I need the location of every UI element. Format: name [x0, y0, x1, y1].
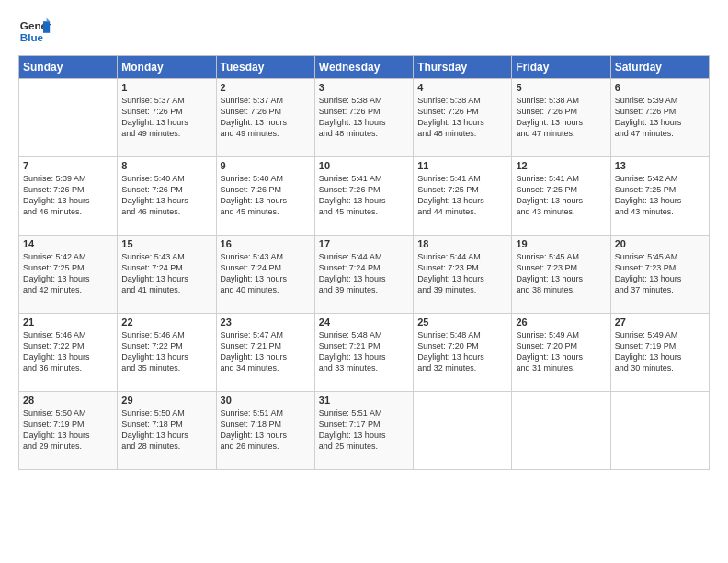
day-cell: [414, 392, 512, 470]
col-header-tuesday: Tuesday: [216, 56, 314, 79]
day-info: Sunrise: 5:44 AM Sunset: 7:24 PM Dayligh…: [319, 251, 409, 296]
day-number: 30: [221, 395, 311, 406]
day-number: 10: [319, 160, 409, 171]
day-info: Sunrise: 5:50 AM Sunset: 7:18 PM Dayligh…: [121, 408, 211, 453]
day-cell: 10Sunrise: 5:41 AM Sunset: 7:26 PM Dayli…: [314, 157, 413, 236]
day-cell: 7Sunrise: 5:39 AM Sunset: 7:26 PM Daylig…: [19, 157, 118, 236]
logo: General Blue: [18, 15, 55, 48]
day-number: 14: [23, 238, 113, 249]
day-info: Sunrise: 5:49 AM Sunset: 7:20 PM Dayligh…: [516, 329, 606, 374]
day-cell: 8Sunrise: 5:40 AM Sunset: 7:26 PM Daylig…: [118, 157, 216, 236]
day-number: 20: [615, 238, 705, 249]
day-cell: 25Sunrise: 5:48 AM Sunset: 7:20 PM Dayli…: [414, 314, 512, 392]
week-row-3: 14Sunrise: 5:42 AM Sunset: 7:25 PM Dayli…: [19, 236, 710, 314]
col-header-monday: Monday: [118, 56, 216, 79]
day-info: Sunrise: 5:50 AM Sunset: 7:19 PM Dayligh…: [23, 408, 113, 453]
day-info: Sunrise: 5:38 AM Sunset: 7:26 PM Dayligh…: [516, 95, 606, 140]
day-cell: 5Sunrise: 5:38 AM Sunset: 7:26 PM Daylig…: [512, 79, 610, 157]
day-cell: 12Sunrise: 5:41 AM Sunset: 7:25 PM Dayli…: [512, 157, 610, 236]
day-number: 28: [23, 395, 113, 406]
week-row-2: 7Sunrise: 5:39 AM Sunset: 7:26 PM Daylig…: [19, 157, 710, 236]
day-number: 24: [319, 316, 409, 327]
day-cell: 9Sunrise: 5:40 AM Sunset: 7:26 PM Daylig…: [216, 157, 314, 236]
day-info: Sunrise: 5:41 AM Sunset: 7:26 PM Dayligh…: [319, 173, 409, 218]
day-cell: 20Sunrise: 5:45 AM Sunset: 7:23 PM Dayli…: [610, 236, 709, 314]
day-cell: [512, 392, 610, 470]
day-number: 16: [221, 238, 311, 249]
day-cell: 6Sunrise: 5:39 AM Sunset: 7:26 PM Daylig…: [610, 79, 709, 157]
logo-icon: General Blue: [18, 15, 51, 48]
day-info: Sunrise: 5:40 AM Sunset: 7:26 PM Dayligh…: [121, 173, 211, 218]
day-info: Sunrise: 5:46 AM Sunset: 7:22 PM Dayligh…: [23, 329, 113, 374]
day-cell: 26Sunrise: 5:49 AM Sunset: 7:20 PM Dayli…: [512, 314, 610, 392]
day-number: 8: [121, 160, 211, 171]
col-header-wednesday: Wednesday: [314, 56, 413, 79]
day-info: Sunrise: 5:44 AM Sunset: 7:23 PM Dayligh…: [417, 251, 507, 296]
day-cell: 30Sunrise: 5:51 AM Sunset: 7:18 PM Dayli…: [216, 392, 314, 470]
day-number: 9: [221, 160, 311, 171]
day-number: 7: [23, 160, 113, 171]
day-info: Sunrise: 5:42 AM Sunset: 7:25 PM Dayligh…: [615, 173, 705, 218]
day-info: Sunrise: 5:40 AM Sunset: 7:26 PM Dayligh…: [221, 173, 311, 218]
day-info: Sunrise: 5:49 AM Sunset: 7:19 PM Dayligh…: [615, 329, 705, 374]
day-info: Sunrise: 5:51 AM Sunset: 7:18 PM Dayligh…: [221, 408, 311, 453]
day-number: 2: [221, 82, 311, 93]
day-cell: 13Sunrise: 5:42 AM Sunset: 7:25 PM Dayli…: [610, 157, 709, 236]
day-info: Sunrise: 5:47 AM Sunset: 7:21 PM Dayligh…: [221, 329, 311, 374]
day-info: Sunrise: 5:51 AM Sunset: 7:17 PM Dayligh…: [319, 408, 409, 453]
day-number: 13: [615, 160, 705, 171]
day-info: Sunrise: 5:43 AM Sunset: 7:24 PM Dayligh…: [121, 251, 211, 296]
day-cell: [19, 79, 118, 157]
day-cell: 2Sunrise: 5:37 AM Sunset: 7:26 PM Daylig…: [216, 79, 314, 157]
day-number: 21: [23, 316, 113, 327]
day-cell: 16Sunrise: 5:43 AM Sunset: 7:24 PM Dayli…: [216, 236, 314, 314]
day-number: 4: [417, 82, 507, 93]
day-cell: 31Sunrise: 5:51 AM Sunset: 7:17 PM Dayli…: [314, 392, 413, 470]
day-cell: 21Sunrise: 5:46 AM Sunset: 7:22 PM Dayli…: [19, 314, 118, 392]
week-row-4: 21Sunrise: 5:46 AM Sunset: 7:22 PM Dayli…: [19, 314, 710, 392]
day-cell: 29Sunrise: 5:50 AM Sunset: 7:18 PM Dayli…: [118, 392, 216, 470]
day-cell: 17Sunrise: 5:44 AM Sunset: 7:24 PM Dayli…: [314, 236, 413, 314]
day-number: 27: [615, 316, 705, 327]
day-number: 25: [417, 316, 507, 327]
day-cell: 19Sunrise: 5:45 AM Sunset: 7:23 PM Dayli…: [512, 236, 610, 314]
col-header-thursday: Thursday: [414, 56, 512, 79]
day-info: Sunrise: 5:37 AM Sunset: 7:26 PM Dayligh…: [121, 95, 211, 140]
day-number: 6: [615, 82, 705, 93]
svg-marker-2: [43, 21, 50, 33]
day-cell: 27Sunrise: 5:49 AM Sunset: 7:19 PM Dayli…: [610, 314, 709, 392]
day-number: 22: [121, 316, 211, 327]
calendar-table: SundayMondayTuesdayWednesdayThursdayFrid…: [18, 55, 710, 470]
day-info: Sunrise: 5:38 AM Sunset: 7:26 PM Dayligh…: [319, 95, 409, 140]
day-number: 19: [516, 238, 606, 249]
day-number: 5: [516, 82, 606, 93]
day-cell: 4Sunrise: 5:38 AM Sunset: 7:26 PM Daylig…: [414, 79, 512, 157]
header: General Blue: [18, 15, 710, 48]
svg-text:Blue: Blue: [20, 31, 44, 43]
week-row-5: 28Sunrise: 5:50 AM Sunset: 7:19 PM Dayli…: [19, 392, 710, 470]
day-number: 18: [417, 238, 507, 249]
day-info: Sunrise: 5:38 AM Sunset: 7:26 PM Dayligh…: [417, 95, 507, 140]
col-header-friday: Friday: [512, 56, 610, 79]
page-container: General Blue SundayMondayTuesdayWednesda…: [0, 0, 728, 479]
day-info: Sunrise: 5:39 AM Sunset: 7:26 PM Dayligh…: [23, 173, 113, 218]
day-info: Sunrise: 5:39 AM Sunset: 7:26 PM Dayligh…: [615, 95, 705, 140]
day-info: Sunrise: 5:48 AM Sunset: 7:20 PM Dayligh…: [417, 329, 507, 374]
day-cell: 24Sunrise: 5:48 AM Sunset: 7:21 PM Dayli…: [314, 314, 413, 392]
day-cell: 3Sunrise: 5:38 AM Sunset: 7:26 PM Daylig…: [314, 79, 413, 157]
day-info: Sunrise: 5:42 AM Sunset: 7:25 PM Dayligh…: [23, 251, 113, 296]
day-number: 15: [121, 238, 211, 249]
day-number: 11: [417, 160, 507, 171]
day-cell: 1Sunrise: 5:37 AM Sunset: 7:26 PM Daylig…: [118, 79, 216, 157]
week-row-1: 1Sunrise: 5:37 AM Sunset: 7:26 PM Daylig…: [19, 79, 710, 157]
day-info: Sunrise: 5:41 AM Sunset: 7:25 PM Dayligh…: [417, 173, 507, 218]
day-cell: 28Sunrise: 5:50 AM Sunset: 7:19 PM Dayli…: [19, 392, 118, 470]
day-number: 23: [221, 316, 311, 327]
day-info: Sunrise: 5:45 AM Sunset: 7:23 PM Dayligh…: [615, 251, 705, 296]
day-number: 17: [319, 238, 409, 249]
day-number: 12: [516, 160, 606, 171]
day-cell: 11Sunrise: 5:41 AM Sunset: 7:25 PM Dayli…: [414, 157, 512, 236]
day-cell: 15Sunrise: 5:43 AM Sunset: 7:24 PM Dayli…: [118, 236, 216, 314]
day-info: Sunrise: 5:37 AM Sunset: 7:26 PM Dayligh…: [221, 95, 311, 140]
col-header-saturday: Saturday: [610, 56, 709, 79]
